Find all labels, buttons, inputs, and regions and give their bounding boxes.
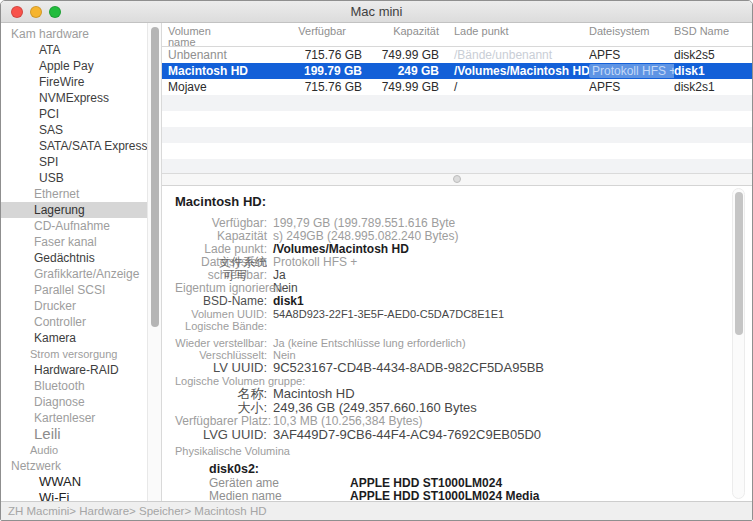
detail-value: 54A8D923-22F1-3E5F-AED0-C5DA7DC8E1E1 bbox=[273, 308, 504, 320]
cell-mount-point: /Bände/unbenannt bbox=[444, 47, 589, 63]
sidebar-item[interactable]: Lagerung bbox=[1, 202, 147, 218]
detail-label-text: Volumen UUID: bbox=[191, 308, 267, 320]
detail-label-text: disk0s2: bbox=[209, 462, 259, 476]
sidebar-item-label: Controller bbox=[34, 315, 86, 329]
cell-available: 715.76 GB bbox=[292, 79, 362, 95]
sidebar-item[interactable]: Apple Pay bbox=[1, 58, 147, 74]
table-row[interactable]: Unbenannt 715.76 GB 749.99 GB /Bände/unb… bbox=[162, 47, 752, 63]
sidebar-item[interactable]: WWAN bbox=[1, 474, 147, 490]
detail-label-text: Logische Bände: bbox=[185, 320, 267, 332]
sidebar-scrollbar[interactable] bbox=[147, 23, 162, 501]
window-title: Mac mini bbox=[350, 4, 402, 19]
detail-row: Logische Bände: bbox=[175, 320, 752, 332]
detail-row: Medien name APPLE HDD ST1000LM024 Media bbox=[175, 490, 752, 501]
sidebar-item[interactable]: Controller bbox=[1, 314, 147, 330]
sidebar-item[interactable]: FireWire bbox=[1, 74, 147, 90]
pane-splitter[interactable] bbox=[162, 173, 752, 186]
sidebar-item[interactable]: Parallel SCSI bbox=[1, 282, 147, 298]
sidebar-item[interactable]: Faser kanal bbox=[1, 234, 147, 250]
cell-mount-point: /Volumes/Macintosh HD bbox=[444, 63, 589, 79]
detail-label-text: Medien name bbox=[209, 489, 282, 501]
splitter-handle-icon[interactable] bbox=[453, 175, 461, 183]
volumes-table: Volumen nameVerfügbarKapazitätLade punkt… bbox=[162, 23, 752, 173]
sidebar-item[interactable]: NVMExpress bbox=[1, 90, 147, 106]
detail-label: Medien name bbox=[175, 490, 305, 501]
sidebar-item-label: USB bbox=[39, 171, 64, 185]
sidebar-item-label: Hardware-RAID bbox=[34, 363, 119, 377]
zoom-button[interactable] bbox=[49, 6, 61, 18]
sidebar-item[interactable]: Hardware-RAID bbox=[1, 362, 147, 378]
column-header[interactable]: Verfügbar bbox=[292, 26, 362, 37]
breadcrumb: ZH Macmini> Hardware> Speicher> Macintos… bbox=[8, 505, 267, 517]
sidebar-scrollbar-thumb[interactable] bbox=[151, 27, 159, 327]
sidebar-item-label: Apple Pay bbox=[39, 59, 94, 73]
filesystem-value: APFS bbox=[589, 80, 620, 94]
sidebar-item[interactable]: Audio bbox=[1, 442, 147, 458]
detail-value: 3AF449D7-9CB6-44F4-AC94-7692C9EB05D0 bbox=[273, 428, 541, 442]
sidebar-item[interactable]: Grafikkarte/Anzeige bbox=[1, 266, 147, 282]
sidebar-item[interactable]: Strom versorgung bbox=[1, 346, 147, 362]
cell-volume-name: Unbenannt bbox=[162, 47, 292, 63]
detail-label: LV UUID: bbox=[175, 361, 267, 375]
table-row[interactable]: Macintosh HD 199.79 GB 249 GB /Volumes/M… bbox=[162, 63, 752, 79]
sidebar-item-label: Kamera bbox=[34, 331, 76, 345]
empty-table-stripe bbox=[162, 159, 752, 173]
column-header[interactable]: Volumen name bbox=[162, 26, 228, 48]
sidebar-item[interactable]: Kamera bbox=[1, 330, 147, 346]
sidebar-item[interactable]: Leili bbox=[1, 426, 147, 442]
column-header[interactable]: Kapazität bbox=[362, 26, 444, 37]
detail-row: LVG UUID: 3AF449D7-9CB6-44F4-AC94-7692C9… bbox=[175, 428, 752, 442]
detail-label-text: 名称: bbox=[237, 386, 267, 401]
sidebar-item[interactable]: USB bbox=[1, 170, 147, 186]
detail-row: LV UUID: 9C523167-CD4B-4434-8ADB-982CF5D… bbox=[175, 361, 752, 375]
table-row[interactable]: Mojave 715.76 GB 749.99 GB / APFS disk2s… bbox=[162, 79, 752, 95]
sidebar-item[interactable]: Diagnose bbox=[1, 394, 147, 410]
sidebar-item[interactable]: CD-Aufnahme bbox=[1, 218, 147, 234]
cell-filesystem: APFS bbox=[589, 47, 674, 63]
sidebar-item-label: Lagerung bbox=[34, 203, 85, 217]
cell-mount-point: / bbox=[444, 79, 589, 95]
sidebar-item[interactable]: SPI bbox=[1, 154, 147, 170]
sidebar-item[interactable]: SAS bbox=[1, 122, 147, 138]
sidebar-item[interactable]: Netzwerk bbox=[1, 458, 147, 474]
cell-bsd-name: disk2s5 bbox=[674, 47, 752, 63]
sidebar-item-label: WWAN bbox=[39, 474, 81, 489]
sidebar-item[interactable]: ATA bbox=[1, 42, 147, 58]
sidebar-item[interactable]: Kartenleser bbox=[1, 410, 147, 426]
sidebar-item[interactable]: Ethernet bbox=[1, 186, 147, 202]
sidebar-item-label: CD-Aufnahme bbox=[34, 219, 110, 233]
sidebar-item-label: Audio bbox=[30, 444, 58, 456]
detail-value: Ja (keine Entschlüsse lung erforderlich) bbox=[273, 337, 466, 349]
column-header[interactable]: Dateisystem bbox=[589, 26, 674, 37]
details-scrollbar-thumb[interactable] bbox=[735, 192, 743, 335]
sidebar-item-label: Leili bbox=[34, 425, 61, 442]
minimize-button[interactable] bbox=[30, 6, 42, 18]
sidebar-item[interactable]: Gedächtnis bbox=[1, 250, 147, 266]
detail-label-text: Kapazität bbox=[217, 229, 267, 243]
sidebar-item[interactable]: Kam hardware bbox=[1, 26, 147, 42]
detail-row: disk0s2: bbox=[175, 462, 752, 477]
sidebar-item-label: Strom versorgung bbox=[30, 348, 117, 360]
sidebar-item[interactable]: Bluetooth bbox=[1, 378, 147, 394]
empty-table-stripe bbox=[162, 95, 752, 111]
detail-value: disk1 bbox=[273, 295, 304, 308]
sidebar-item[interactable]: Wi-Fi bbox=[1, 490, 147, 501]
column-header[interactable]: BSD Name bbox=[674, 26, 752, 37]
detail-label-text: Verfügbarer Platz: bbox=[175, 414, 271, 428]
sidebar-item-label: SATA/SATA Express bbox=[39, 139, 147, 153]
detail-label: Logische Bände: bbox=[175, 320, 267, 332]
sidebar-item-label: Diagnose bbox=[34, 395, 85, 409]
cell-filesystem: Protokoll HFS + bbox=[589, 63, 674, 79]
sidebar-item[interactable]: SATA/SATA Express bbox=[1, 138, 147, 154]
sidebar-item[interactable]: Drucker bbox=[1, 298, 147, 314]
detail-label: Physikalische Volumina bbox=[175, 445, 267, 457]
detail-label: 大小: bbox=[175, 401, 267, 415]
cell-volume-name: Mojave bbox=[162, 79, 292, 95]
detail-row: BSD-Name: disk1 bbox=[175, 295, 752, 308]
column-header[interactable]: Lade punkt bbox=[444, 26, 589, 37]
sidebar-item-label: Grafikkarte/Anzeige bbox=[34, 267, 139, 281]
sidebar-item[interactable]: PCI bbox=[1, 106, 147, 122]
cell-capacity: 249 GB bbox=[362, 63, 444, 79]
close-button[interactable] bbox=[11, 6, 23, 18]
window-body: Kam hardware ATA Apple Pay FireWire NVME… bbox=[1, 23, 752, 501]
